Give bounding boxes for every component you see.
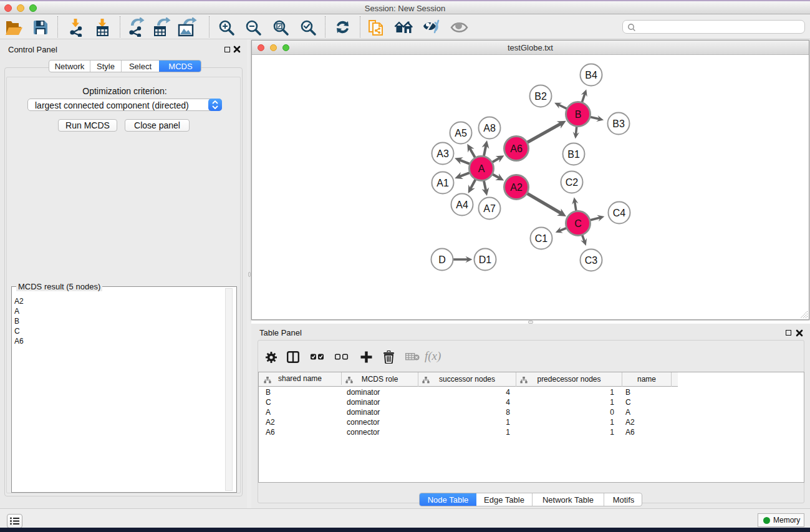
svg-text:B3: B3: [612, 118, 625, 129]
svg-text:B: B: [575, 109, 582, 120]
svg-text:C1: C1: [535, 233, 548, 244]
svg-text:A4: A4: [456, 200, 468, 210]
svg-text:A6: A6: [510, 143, 523, 154]
svg-text:A3: A3: [436, 148, 449, 159]
svg-text:C3: C3: [585, 255, 598, 266]
svg-text:A5: A5: [455, 128, 467, 138]
svg-text:A2: A2: [510, 182, 523, 193]
svg-text:A: A: [478, 163, 485, 174]
svg-text:C: C: [574, 218, 582, 229]
svg-text:C4: C4: [613, 208, 626, 218]
svg-text:A1: A1: [436, 178, 449, 188]
svg-text:B1: B1: [567, 149, 580, 160]
svg-text:A8: A8: [483, 123, 496, 133]
svg-text:A7: A7: [483, 203, 496, 214]
svg-text:D: D: [438, 254, 446, 265]
svg-text:C2: C2: [566, 177, 579, 188]
svg-text:B2: B2: [534, 91, 547, 102]
svg-text:B4: B4: [585, 70, 597, 80]
svg-text:D1: D1: [479, 254, 492, 265]
